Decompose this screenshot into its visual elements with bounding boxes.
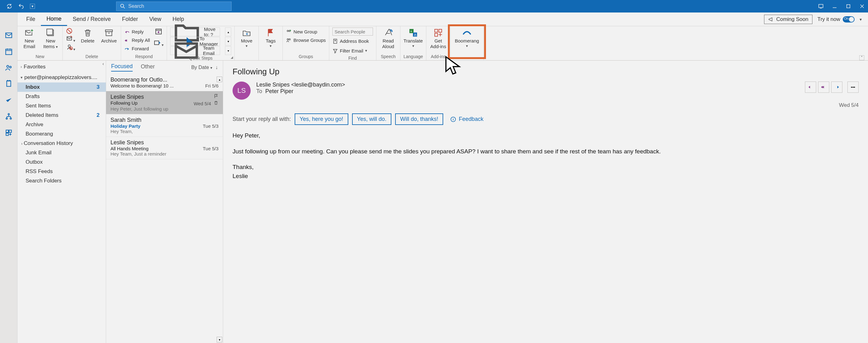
message-list-header: Focused Other By Date ↓	[106, 61, 223, 74]
addins-rail-icon[interactable]	[5, 129, 13, 137]
scroll-down-icon[interactable]: ▾	[217, 337, 222, 342]
feedback-link[interactable]: Feedback	[450, 116, 484, 122]
message-list[interactable]: Boomerang for Outlo...Welcome to Boomera…	[106, 74, 223, 343]
folder-item-boomerang[interactable]: Boomerang	[18, 129, 106, 139]
delete-icon[interactable]	[214, 100, 218, 105]
search-people-input[interactable]	[332, 28, 373, 36]
reply-all-button[interactable]: Reply All	[124, 36, 150, 45]
group-find: Address Book Filter Email Find	[329, 26, 376, 60]
tags-button[interactable]: Tags	[262, 28, 279, 48]
reply-button[interactable]: Reply	[124, 28, 150, 36]
browse-groups-button[interactable]: Browse Groups	[286, 36, 326, 45]
group-new-label: New	[21, 53, 59, 60]
undo-icon[interactable]	[18, 3, 24, 9]
filter-icon	[332, 48, 338, 54]
folder-item-rss-feeds[interactable]: RSS Feeds	[18, 167, 106, 176]
flag-icon[interactable]	[214, 94, 218, 99]
tab-file[interactable]: File	[21, 12, 41, 26]
boomerang-button[interactable]: Boomerang	[454, 28, 480, 48]
sort-by-date[interactable]: By Date	[191, 65, 212, 70]
svg-rect-25	[155, 41, 159, 45]
try-it-now-toggle[interactable]: Try it now On	[817, 16, 855, 23]
minimize-icon[interactable]	[832, 3, 837, 9]
org-rail-icon[interactable]	[5, 112, 13, 121]
collapse-ribbon-icon[interactable]: ▾	[860, 17, 862, 22]
message-item[interactable]: Leslie SnipesFollowing UpWed 5/4Hey Pete…	[106, 91, 223, 114]
mail-rail-icon[interactable]	[5, 31, 13, 39]
more-action-button[interactable]: •••	[847, 82, 859, 93]
folder-item-conversation-history[interactable]: ›Conversation History	[18, 139, 106, 148]
notes-rail-icon[interactable]	[5, 80, 13, 88]
quick-more-icon[interactable]: ▾	[225, 46, 231, 55]
tab-folder[interactable]: Folder	[117, 12, 144, 26]
forward-action-button[interactable]	[831, 82, 842, 93]
read-aloud-icon	[383, 28, 393, 37]
calendar-rail-icon[interactable]	[5, 48, 13, 56]
more-respond-button[interactable]	[154, 39, 163, 48]
folder-item-outbox[interactable]: Outbox	[18, 158, 106, 167]
new-items-button[interactable]: New Items	[42, 28, 59, 49]
folder-item-drafts[interactable]: Drafts	[18, 92, 106, 101]
suggestion-2[interactable]: Yes, will do.	[352, 113, 392, 125]
quick-team-email[interactable]: Team Email	[170, 46, 220, 55]
suggestion-3[interactable]: Will do, thanks!	[395, 113, 443, 125]
tasks-rail-icon[interactable]	[5, 96, 13, 104]
close-icon[interactable]	[859, 3, 865, 9]
sort-direction-icon[interactable]: ↓	[215, 65, 218, 70]
favorites-header[interactable]: › Favorites	[18, 61, 106, 73]
tab-other[interactable]: Other	[141, 63, 155, 71]
tab-focused[interactable]: Focused	[111, 63, 133, 72]
address-book-icon	[332, 38, 338, 44]
toggle-switch[interactable]: On	[843, 16, 855, 23]
folder-item-inbox[interactable]: Inbox3	[18, 83, 106, 92]
dialog-launcher-icon[interactable]: ◢	[231, 56, 233, 59]
new-email-button[interactable]: New Email	[21, 28, 38, 49]
coming-soon-button[interactable]: Coming Soon	[764, 15, 812, 24]
get-addins-button[interactable]: Get Add-ins	[430, 28, 447, 49]
message-list-pane: Focused Other By Date ↓ Boomerang for Ou…	[106, 61, 223, 343]
folder-item-archive[interactable]: Archive	[18, 120, 106, 129]
people-rail-icon[interactable]	[5, 64, 13, 72]
quick-down-icon[interactable]: ▾	[225, 37, 231, 46]
search-input[interactable]	[128, 3, 228, 9]
read-aloud-button[interactable]: Read Aloud	[379, 28, 397, 49]
archive-button[interactable]: Archive	[100, 28, 118, 44]
tab-home[interactable]: Home	[41, 12, 67, 26]
tab-send-receive[interactable]: Send / Receive	[67, 12, 117, 26]
ribbon-display-icon[interactable]	[818, 3, 824, 9]
junk-icon[interactable]	[66, 44, 75, 52]
message-item[interactable]: Sarah SmithHoliday PartyTue 5/3Hey Team,	[106, 114, 223, 137]
folder-item-sent-items[interactable]: Sent Items	[18, 101, 106, 111]
reply-all-action-button[interactable]	[818, 82, 829, 93]
maximize-icon[interactable]	[845, 3, 851, 9]
tab-view[interactable]: View	[144, 12, 167, 26]
ribbon-collapse-caret[interactable]: ˄	[859, 55, 864, 60]
body-signoff: Thanks, Leslie	[232, 163, 859, 180]
quick-up-icon[interactable]: ▴	[225, 28, 231, 36]
filter-email-button[interactable]: Filter Email	[332, 47, 373, 55]
qat-more-icon[interactable]: ▾	[30, 4, 35, 9]
move-button[interactable]: Move	[238, 28, 255, 48]
delete-button[interactable]: Delete	[79, 28, 96, 44]
folder-item-search-folders[interactable]: Search Folders	[18, 176, 106, 185]
meeting-button[interactable]	[155, 28, 162, 36]
account-header[interactable]: peter@pineapplepizzalovers....	[18, 73, 106, 83]
scroll-up-icon[interactable]: ▴	[217, 77, 222, 82]
search-box[interactable]	[116, 2, 231, 11]
folder-item-junk-email[interactable]: Junk Email	[18, 148, 106, 158]
ignore-icon[interactable]	[66, 28, 73, 34]
reading-pane: Following Up LS Leslie Snipes <leslie@ba…	[223, 61, 868, 343]
folder-item-deleted-items[interactable]: Deleted Items2	[18, 111, 106, 120]
forward-button[interactable]: Forward	[124, 45, 150, 53]
reply-action-button[interactable]	[805, 82, 816, 93]
message-item[interactable]: Leslie SnipesAll Hands MeetingTue 5/3Hey…	[106, 137, 223, 159]
sync-icon[interactable]	[6, 3, 12, 9]
new-group-button[interactable]: New Group	[286, 28, 326, 36]
suggestion-1[interactable]: Yes, here you go!	[294, 113, 348, 125]
cleanup-icon[interactable]	[66, 35, 75, 43]
body-paragraph: Just following up from our meeting. Can …	[232, 147, 859, 156]
message-item[interactable]: Boomerang for Outlo...Welcome to Boomera…	[106, 74, 223, 91]
folder-pane-collapse-icon[interactable]: ‹	[102, 61, 104, 66]
address-book-button[interactable]: Address Book	[332, 37, 373, 45]
translate-button[interactable]: aあ Translate	[404, 28, 423, 48]
